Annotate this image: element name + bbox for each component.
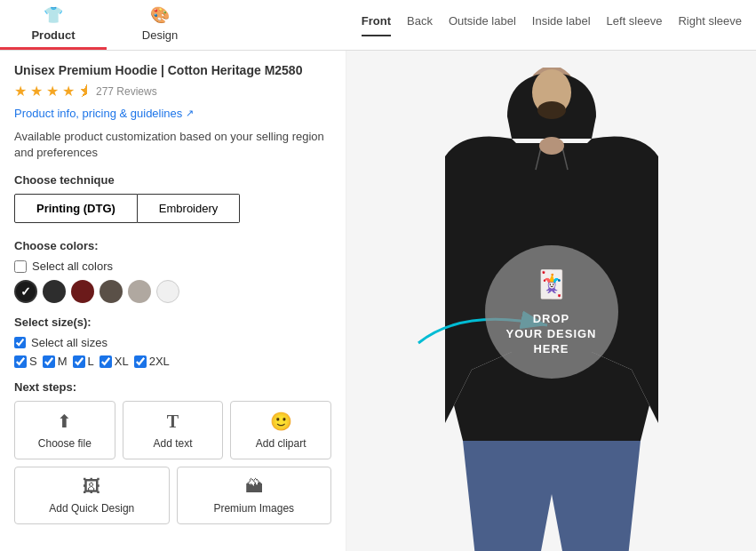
next-steps-row2: 🖼 Add Quick Design 🏔 Premium Images	[14, 467, 331, 524]
tab-design-label: Design	[142, 28, 178, 42]
premium-images-button[interactable]: 🏔 Premium Images	[177, 467, 332, 524]
star-half: ⯨	[78, 84, 92, 100]
sizes-section: Select size(s): Select all sizes S M L X…	[14, 315, 331, 368]
color-swatch-brown-gray[interactable]	[99, 280, 123, 303]
reviews-link[interactable]: 277 Reviews	[96, 85, 157, 98]
select-all-colors-label: Select all colors	[32, 260, 113, 273]
add-quick-design-button[interactable]: 🖼 Add Quick Design	[14, 467, 170, 524]
stars-row: ★ ★ ★ ★ ⯨ 277 Reviews	[14, 83, 331, 100]
tab-design[interactable]: 🎨 Design	[107, 0, 213, 50]
size-l[interactable]: L	[73, 355, 94, 368]
tab-product-label: Product	[31, 28, 75, 42]
view-tabs: Front Back Outside label Inside label Le…	[346, 0, 756, 50]
svg-point-4	[539, 137, 564, 155]
design-placeholder-icon: 🃏	[535, 267, 569, 301]
view-tab-left-sleeve[interactable]: Left sleeve	[607, 14, 663, 36]
next-steps-row1: ⬆ Choose file T Add text 🙂 Add clipart	[14, 401, 331, 459]
select-all-sizes-checkbox[interactable]	[14, 337, 26, 348]
select-all-colors-row: Select all colors	[14, 260, 331, 273]
select-all-sizes-row: Select all sizes	[14, 336, 331, 349]
add-clipart-label: Add clipart	[256, 437, 306, 450]
drop-zone[interactable]: 🃏 DROP YOUR DESIGN HERE	[485, 245, 618, 379]
add-clipart-button[interactable]: 🙂 Add clipart	[230, 401, 331, 459]
text-icon: T	[167, 411, 179, 432]
size-m[interactable]: M	[43, 355, 68, 368]
header-row: 👕 Product 🎨 Design Front Back Outside la…	[0, 0, 756, 51]
next-steps-section: Next steps: ⬆ Choose file T Add text 🙂 A…	[14, 380, 331, 524]
technique-label: Choose technique	[14, 173, 331, 187]
clipart-icon: 🙂	[270, 411, 292, 432]
right-panel: 🃏 DROP YOUR DESIGN HERE	[346, 51, 756, 551]
design-icon: 🎨	[150, 5, 170, 25]
product-preview: 🃏 DROP YOUR DESIGN HERE	[392, 68, 712, 539]
color-swatches	[14, 280, 331, 303]
left-panel: Unisex Premium Hoodie | Cotton Heritage …	[0, 51, 346, 551]
color-swatch-black[interactable]	[14, 280, 37, 303]
product-title: Unisex Premium Hoodie | Cotton Heritage …	[14, 63, 331, 77]
colors-label: Choose colors:	[14, 239, 331, 252]
header-left-tabs: 👕 Product 🎨 Design	[0, 0, 346, 50]
size-xl[interactable]: XL	[99, 355, 129, 368]
tab-product[interactable]: 👕 Product	[0, 0, 107, 50]
star-4: ★	[62, 83, 75, 100]
product-info-text: Product info, pricing & guidelines	[14, 107, 182, 120]
premium-images-icon: 🏔	[245, 476, 263, 497]
external-link-icon: ↗	[186, 108, 194, 119]
star-1: ★	[14, 83, 27, 100]
add-text-button[interactable]: T Add text	[123, 401, 224, 459]
star-2: ★	[30, 83, 43, 100]
size-s[interactable]: S	[14, 355, 37, 368]
product-info-link[interactable]: Product info, pricing & guidelines ↗	[14, 107, 194, 120]
technique-embroidery[interactable]: Embroidery	[138, 194, 240, 223]
main-layout: Unisex Premium Hoodie | Cotton Heritage …	[0, 51, 756, 551]
svg-point-6	[537, 101, 566, 119]
view-tab-back[interactable]: Back	[407, 14, 433, 36]
product-icon: 👕	[44, 5, 63, 25]
star-3: ★	[46, 83, 59, 100]
color-swatch-light-gray[interactable]	[128, 280, 151, 303]
quick-design-icon: 🖼	[83, 476, 100, 497]
color-swatch-dark-red[interactable]	[71, 280, 94, 303]
view-tab-inside-label[interactable]: Inside label	[532, 14, 591, 36]
color-swatch-white[interactable]	[156, 280, 179, 303]
drop-zone-text: DROP YOUR DESIGN HERE	[505, 312, 596, 357]
view-tab-outside-label[interactable]: Outside label	[449, 14, 516, 36]
premium-images-label: Premium Images	[213, 502, 294, 515]
product-description: Available product customization based on…	[14, 129, 331, 161]
color-swatch-dark-gray[interactable]	[43, 280, 66, 303]
sizes-label: Select size(s):	[14, 315, 331, 329]
add-text-label: Add text	[153, 437, 192, 450]
sizes-options-row: S M L XL 2XL	[14, 355, 331, 368]
choose-file-button[interactable]: ⬆ Choose file	[14, 401, 115, 459]
choose-file-label: Choose file	[38, 437, 92, 450]
size-2xl[interactable]: 2XL	[134, 355, 170, 368]
technique-dtg[interactable]: Printing (DTG)	[14, 194, 138, 223]
view-tab-right-sleeve[interactable]: Right sleeve	[678, 14, 742, 36]
view-tab-front[interactable]: Front	[362, 14, 391, 36]
next-steps-label: Next steps:	[14, 380, 331, 394]
select-all-sizes-label: Select all sizes	[31, 336, 107, 349]
colors-section: Choose colors: Select all colors	[14, 239, 331, 303]
select-all-colors-checkbox[interactable]	[14, 260, 27, 273]
add-quick-design-label: Add Quick Design	[49, 502, 134, 515]
upload-icon: ⬆	[57, 411, 72, 432]
technique-buttons: Printing (DTG) Embroidery	[14, 194, 331, 223]
